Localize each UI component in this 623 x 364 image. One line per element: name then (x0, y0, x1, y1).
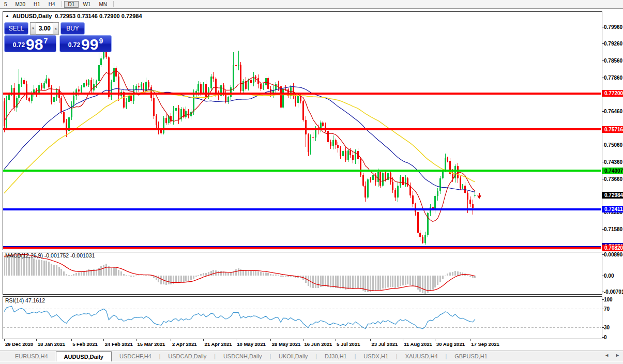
svg-text:0.008904: 0.008904 (604, 252, 623, 257)
timeframe-button-W1[interactable]: W1 (79, 1, 95, 8)
sell-price-prefix: 0.72 (13, 41, 25, 49)
timeframe-button-5[interactable]: 5 (0, 1, 11, 8)
timeframe-toolbar: 5M30H1H4D1W1MN (0, 0, 623, 9)
date-label: 18 Jan 2021 (38, 341, 66, 347)
svg-text:0.79960: 0.79960 (604, 24, 623, 30)
svg-text:0.74007: 0.74007 (604, 168, 623, 174)
toolbar-separator (62, 1, 62, 7)
date-label: 17 Sep 2021 (471, 341, 499, 347)
svg-text:0.76460: 0.76460 (604, 109, 623, 114)
rsi-axis: 10070300 (602, 297, 613, 340)
date-label: 16 Jun 2021 (304, 341, 332, 347)
tab-DJ30-H1[interactable]: DJ30,H1 (317, 351, 355, 361)
timeframe-button-D1[interactable]: D1 (64, 1, 79, 8)
date-label: 15 Mar 2021 (137, 341, 165, 347)
toolbar-separator (113, 1, 114, 7)
svg-text:0.70820: 0.70820 (604, 245, 623, 251)
date-label: 30 Aug 2021 (436, 341, 465, 347)
svg-text:70: 70 (604, 306, 610, 312)
tab-XAUUSD-H4[interactable]: XAUUSD,H4 (398, 351, 446, 361)
tab-USDCNH-Daily[interactable]: USDCNH,Daily (216, 351, 270, 361)
panel-collapse-icon[interactable]: ▲ (5, 13, 9, 19)
date-label: 5 Feb 2021 (72, 341, 98, 347)
tabs-scroll-arrows: ◄ ► (604, 353, 620, 358)
date-label: 28 May 2021 (272, 341, 301, 347)
chart-symbol-header: ▲ AUDUSD,Daily 0.72953 0.73146 0.72900 0… (5, 13, 142, 19)
sell-price-sup: 7 (43, 37, 48, 45)
svg-text:0.75716: 0.75716 (604, 127, 623, 132)
timeframe-button-H4[interactable]: H4 (44, 1, 59, 8)
volume-input[interactable]: 3.00 (36, 22, 53, 35)
svg-text:0.72984: 0.72984 (604, 192, 623, 198)
buy-price-big: 99 (81, 38, 98, 51)
tabs-scroll-left-icon[interactable]: ◄ (604, 353, 609, 358)
svg-text:0.00: 0.00 (604, 273, 614, 279)
date-label: 2 Apr 2021 (172, 341, 197, 347)
svg-text:0.77200: 0.77200 (604, 90, 623, 96)
svg-text:0.77860: 0.77860 (604, 75, 623, 81)
trade-prices-row: 0.72 98 7 0.72 99 9 (4, 35, 112, 52)
tabs-scroll-right-icon[interactable]: ► (615, 353, 620, 358)
tab-EURUSD-H4[interactable]: EURUSD,H4 (7, 351, 56, 361)
tab-UKOil-Daily[interactable]: UKOil,Daily (271, 351, 315, 361)
one-click-trading-panel: SELL ▼ 3.00 ▲ BUY 0.72 98 7 0.72 99 9 (4, 22, 112, 52)
symbol-ohlc: 0.72953 0.73146 0.72900 0.72984 (55, 13, 142, 19)
tab-USDCAD-Daily[interactable]: USDCAD,Daily (160, 351, 214, 361)
tab-USDCHF-H4[interactable]: USDCHF,H4 (112, 351, 159, 361)
tab-GBPUSD-H1[interactable]: GBPUSD,H1 (447, 351, 495, 361)
svg-text:0.74360: 0.74360 (604, 159, 623, 165)
date-label: 24 Feb 2021 (105, 341, 133, 347)
chart-tabs: EURUSD,H4AUDUSD,DailyUSDCHF,H4|USDCAD,Da… (0, 351, 623, 361)
buy-price-sup: 9 (99, 37, 103, 45)
date-label: 21 Apr 2021 (205, 341, 233, 347)
price-axis: 0.799600.792600.785600.778600.764600.750… (602, 24, 623, 251)
svg-text:0.79260: 0.79260 (604, 41, 623, 47)
status-strip (0, 361, 623, 364)
svg-text:30: 30 (604, 325, 610, 330)
trade-buttons-row: SELL ▼ 3.00 ▲ BUY (4, 22, 112, 35)
buy-button[interactable]: BUY (60, 22, 85, 35)
svg-text:0.72411: 0.72411 (604, 206, 623, 212)
sell-price-big: 98 (26, 38, 43, 51)
date-label: 10 May 2021 (237, 341, 266, 347)
symbol-title: AUDUSD,Daily (12, 13, 52, 19)
date-label: 29 Dec 2020 (5, 341, 33, 347)
svg-text:0: 0 (604, 335, 607, 340)
volume-decrease-button[interactable]: ▼ (30, 22, 36, 35)
timeframe-button-MN[interactable]: MN (95, 1, 111, 8)
date-label: 5 Jul 2021 (337, 341, 360, 347)
chart-canvas[interactable]: 0.799600.792600.785600.778600.764600.750… (0, 0, 623, 364)
date-label: 11 Aug 2021 (404, 341, 432, 347)
tab-USDX-H1[interactable]: USDX,H1 (356, 351, 396, 361)
timeframe-button-M30[interactable]: M30 (11, 1, 29, 8)
rsi-indicator-label: RSI(14) 47.1612 (5, 297, 45, 304)
macd-indicator-label: MACD(12,26,9) -0.001752 -0.001031 (5, 252, 95, 259)
tab-AUDUSD-Daily[interactable]: AUDUSD,Daily (56, 351, 112, 361)
svg-text:-0.00701: -0.00701 (604, 289, 623, 295)
svg-text:0.78560: 0.78560 (604, 58, 623, 64)
date-axis: 29 Dec 202018 Jan 20215 Feb 202124 Feb 2… (4, 339, 499, 347)
sell-price-display[interactable]: 0.72 98 7 (4, 35, 56, 52)
buy-price-prefix: 0.72 (68, 41, 80, 49)
svg-text:100: 100 (604, 297, 613, 302)
svg-text:0.73660: 0.73660 (604, 176, 623, 182)
date-label: 23 Jul 2021 (372, 341, 398, 347)
buy-price-display[interactable]: 0.72 99 9 (59, 35, 112, 52)
sell-button[interactable]: SELL (4, 22, 28, 35)
svg-text:0.75060: 0.75060 (604, 142, 623, 148)
rsi-pane (3, 296, 602, 339)
svg-text:0.71580: 0.71580 (604, 226, 623, 232)
macd-axis: 0.0089040.00-0.00701 (602, 252, 623, 295)
timeframe-button-H1[interactable]: H1 (29, 1, 44, 8)
volume-increase-button[interactable]: ▲ (53, 22, 59, 35)
